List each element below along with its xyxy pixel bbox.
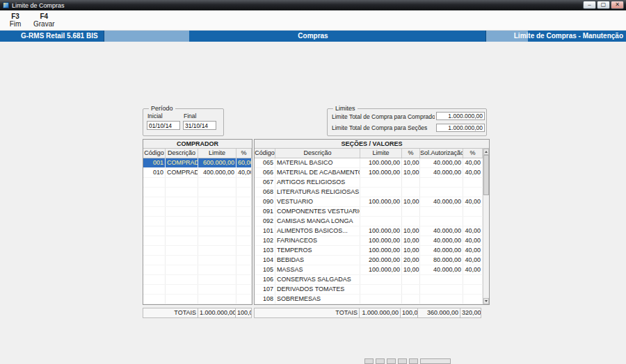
cell: 102 bbox=[255, 236, 275, 245]
taskbar-button[interactable] bbox=[376, 358, 385, 364]
table-row[interactable]: 068LITERATURAS RELIGIOSAS bbox=[255, 188, 483, 197]
cell bbox=[463, 207, 483, 216]
inicial-input[interactable] bbox=[147, 121, 180, 130]
table-row[interactable]: 106CONSERVAS SALGADAS bbox=[255, 275, 483, 285]
cell bbox=[360, 178, 402, 187]
header-bar: G-RMS Retail 5.681 BIS Compras Limite de… bbox=[0, 31, 626, 42]
table-row[interactable]: 001COMPRADOR600.000,0060,00 bbox=[143, 158, 252, 168]
cell: 065 bbox=[255, 158, 275, 167]
secoes-totals-pct: 100,00 bbox=[400, 308, 418, 318]
comprador-totals-pct: 100,00 bbox=[235, 308, 252, 318]
cell: 104 bbox=[255, 256, 275, 265]
cell: 092 bbox=[255, 217, 275, 226]
cell bbox=[402, 178, 420, 187]
maximize-button[interactable]: ▢ bbox=[597, 1, 610, 9]
cell: 090 bbox=[255, 197, 275, 206]
cell bbox=[463, 295, 483, 304]
cell bbox=[360, 188, 402, 197]
table-row bbox=[143, 197, 252, 207]
totals-strip: TOTAIS 1.000.000,00 100,00 TOTAIS 1.000.… bbox=[143, 308, 490, 318]
close-button[interactable]: ✕ bbox=[611, 1, 624, 9]
cell bbox=[402, 207, 420, 216]
table-row[interactable]: 102FARINACEOS100.000,0010,0040.000,0040,… bbox=[255, 236, 483, 246]
table-row[interactable]: 103TEMPEROS100.000,0010,0040.000,0040,00 bbox=[255, 246, 483, 256]
limite-secoes-field[interactable]: 1.000.000,00 bbox=[436, 124, 485, 132]
vertical-scrollbar[interactable] bbox=[483, 149, 489, 304]
cell bbox=[402, 217, 420, 226]
table-row[interactable]: 101ALIMENTOS BASICOS...100.000,0010,0040… bbox=[255, 226, 483, 236]
cell: 105 bbox=[255, 265, 275, 274]
table-row[interactable]: 104BEBIDAS200.000,0020,0080.000,0040,00 bbox=[255, 256, 483, 265]
table-row[interactable]: 090VESTUARIO100.000,0010,0040.000,0040,0… bbox=[255, 197, 483, 207]
minimize-button[interactable]: – bbox=[583, 1, 596, 9]
cell bbox=[143, 188, 166, 197]
cell bbox=[166, 236, 198, 245]
final-input[interactable] bbox=[183, 121, 216, 130]
cell bbox=[166, 256, 198, 265]
taskbar-button[interactable] bbox=[387, 358, 396, 364]
table-row[interactable]: 105MASSAS100.000,0010,0040.000,0040,00 bbox=[255, 265, 483, 275]
limite-compradores-field[interactable]: 1.000.000,00 bbox=[436, 112, 485, 120]
table-row[interactable]: 108SOBREMESAS bbox=[255, 295, 483, 304]
secoes-table-body: 065MATERIAL BASICO100.000,0010,0040.000,… bbox=[255, 158, 483, 304]
column-header-limite: Limite bbox=[360, 149, 402, 158]
screen-title: Limite de Compras - Manutenção bbox=[514, 31, 623, 42]
cell bbox=[402, 295, 420, 304]
table-row[interactable]: 067ARTIGOS RELIGIOSOS bbox=[255, 178, 483, 188]
taskbar-button[interactable] bbox=[409, 358, 418, 364]
cell: 40.000,00 bbox=[420, 197, 463, 206]
table-row[interactable]: 091COMPONENTES VESTUARIOS bbox=[255, 207, 483, 217]
scroll-up-button[interactable] bbox=[483, 149, 489, 155]
cell bbox=[236, 217, 252, 226]
cell bbox=[166, 226, 198, 235]
cell bbox=[198, 188, 236, 197]
table-row[interactable]: 010COMPRADOR400.000,0040,00 bbox=[143, 168, 252, 178]
cell: COMPRADOR bbox=[166, 158, 198, 167]
cell: 068 bbox=[255, 188, 275, 197]
cell: 103 bbox=[255, 246, 275, 255]
fim-key-label: F3 bbox=[11, 13, 19, 20]
periodo-group: Período Inicial Final bbox=[143, 108, 224, 136]
table-row bbox=[143, 246, 252, 256]
column-header-pct: % bbox=[402, 149, 420, 158]
cell: 40,00 bbox=[463, 236, 483, 245]
cell bbox=[143, 207, 166, 216]
table-row bbox=[143, 217, 252, 226]
cell bbox=[198, 217, 236, 226]
cell bbox=[236, 178, 252, 187]
cell: COMPONENTES VESTUARIOS bbox=[275, 207, 360, 216]
cell bbox=[166, 207, 198, 216]
taskbar-button[interactable] bbox=[398, 358, 407, 364]
cell bbox=[360, 295, 402, 304]
scroll-down-button[interactable] bbox=[483, 298, 489, 304]
taskbar-button[interactable] bbox=[364, 358, 374, 364]
table-row[interactable]: 065MATERIAL BASICO100.000,0010,0040.000,… bbox=[255, 158, 483, 168]
column-header-codigo: Código bbox=[255, 149, 275, 158]
cell bbox=[198, 275, 236, 284]
scrollbar-thumb[interactable] bbox=[483, 155, 489, 195]
cell bbox=[143, 265, 166, 274]
periodo-group-title: Período bbox=[149, 105, 175, 112]
fim-button[interactable]: F3 Fim bbox=[6, 13, 25, 28]
cell: 108 bbox=[255, 295, 275, 304]
cell: 40.000,00 bbox=[420, 168, 463, 177]
scroll-down-icon bbox=[485, 300, 488, 302]
cell bbox=[143, 295, 166, 304]
cell bbox=[166, 188, 198, 197]
secoes-totals-limite: 1.000.000,00 bbox=[359, 308, 401, 318]
limites-group: Limites Limite Total de Compra para Comp… bbox=[327, 108, 487, 136]
cell: 10,00 bbox=[402, 226, 420, 235]
table-row[interactable]: 092CAMISAS MANGA LONGA bbox=[255, 217, 483, 226]
cell: ALIMENTOS BASICOS... bbox=[275, 226, 360, 235]
cell bbox=[143, 197, 166, 206]
gravar-button[interactable]: F4 Gravar bbox=[33, 13, 55, 28]
cell bbox=[236, 188, 252, 197]
column-header-sol-autorizacao: Sol.Autorização bbox=[420, 149, 463, 158]
cell bbox=[166, 178, 198, 187]
table-row[interactable]: 107DERIVADOS TOMATES bbox=[255, 285, 483, 295]
cell bbox=[463, 275, 483, 284]
table-row[interactable]: 066MATERIAL DE ACABAMENTO100.000,0010,00… bbox=[255, 168, 483, 178]
scroll-up-icon bbox=[485, 151, 488, 153]
taskbar-button[interactable] bbox=[420, 358, 451, 364]
cell bbox=[402, 285, 420, 294]
